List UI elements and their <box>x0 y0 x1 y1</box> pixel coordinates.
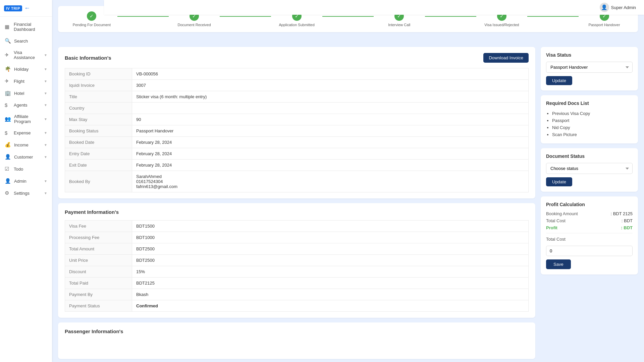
sidebar-item-income[interactable]: 💰 Income ▼ <box>0 139 52 151</box>
sidebar-item-flight[interactable]: ✈ Flight ▼ <box>0 75 52 87</box>
chevron-down-icon: ▼ <box>44 131 47 135</box>
sidebar-item-todo[interactable]: ☑ Todo <box>0 163 52 175</box>
total-cost-row: Total Cost : BDT <box>546 218 633 223</box>
sidebar-item-agents[interactable]: $ Agents ▼ <box>0 99 52 111</box>
chevron-down-icon: ▼ <box>44 143 47 147</box>
basic-info-field-label: Booked By <box>65 171 132 192</box>
document-status-title: Document Status <box>546 154 633 159</box>
basic-info-field-label: Entry Date <box>65 148 132 160</box>
basic-info-field-value: February 28, 2024 <box>132 160 529 171</box>
payment-info-row: Visa FeeBDT1500 <box>65 221 529 232</box>
basic-info-field-value: Sticker visa (6 month: multiple entry) <box>132 91 529 103</box>
flight-icon: ✈ <box>5 78 11 84</box>
connector-5 <box>527 16 579 17</box>
payment-field-label: Processing Fee <box>65 232 132 243</box>
required-docs-card: Required Docs List Previous Visa Copy Pa… <box>541 95 638 143</box>
doc-item: Previous Visa Copy <box>552 110 633 117</box>
sidebar-item-customer[interactable]: 👤 Customer ▼ <box>0 151 52 163</box>
sidebar-item-admin[interactable]: 👤 Admin ▼ <box>0 175 52 187</box>
basic-info-row: Exit DateFebruary 28, 2024 <box>65 160 529 171</box>
required-docs-list: Previous Visa Copy Passport Nid Copy Sca… <box>546 110 633 138</box>
customer-icon: 👤 <box>5 154 11 160</box>
profit-calculation-card: Profit Calculation Booking Amount : BDT … <box>541 196 638 275</box>
admin-icon: 👤 <box>5 178 11 184</box>
logo-text: IV TRIP <box>4 5 22 11</box>
save-button[interactable]: Save <box>546 259 571 269</box>
chevron-down-icon: ▼ <box>44 53 47 57</box>
basic-info-row: Max Stay90 <box>65 114 529 125</box>
sidebar-item-holiday[interactable]: 🌴 Holiday ▼ <box>0 63 52 75</box>
visa-status-title: Visa Status <box>546 52 633 58</box>
payment-info-title: Payment Information's <box>65 209 119 215</box>
payment-field-label: Payment By <box>65 289 132 300</box>
profit-value: : BDT <box>621 225 633 230</box>
chevron-down-icon: ▼ <box>44 79 47 83</box>
payment-field-label: Unit Price <box>65 255 132 266</box>
basic-info-card: Basic Information's Download Invoice Boo… <box>58 47 535 198</box>
chevron-down-icon: ▼ <box>44 92 47 95</box>
doc-item: Scan Picture <box>552 131 633 138</box>
basic-info-field-value <box>132 103 529 114</box>
basic-info-row: Booking StatusPassport Handover <box>65 125 529 137</box>
user-avatar-icon: 👤 <box>600 3 609 12</box>
payment-info-row: Payment StatusConfirmed <box>65 300 529 312</box>
left-panel: Basic Information's Download Invoice Boo… <box>58 47 535 362</box>
todo-icon: ☑ <box>5 166 11 172</box>
booking-amount-row: Booking Amount : BDT 2125 <box>546 211 633 216</box>
payment-info-card: Payment Information's Visa FeeBDT1500Pro… <box>58 203 535 318</box>
basic-info-row: Iquidi Invoice3007 <box>65 80 529 91</box>
payment-info-row: Processing FeeBDT1000 <box>65 232 529 243</box>
payment-field-label: Payment Status <box>65 300 132 312</box>
payment-info-table: Visa FeeBDT1500Processing FeeBDT1000Tota… <box>65 220 529 312</box>
connector-3 <box>322 16 374 17</box>
basic-info-row: Entry DateFebruary 28, 2024 <box>65 148 529 160</box>
basic-info-field-value: 3007 <box>132 80 529 91</box>
hotel-icon: 🏢 <box>5 90 11 96</box>
payment-field-label: Total Amount <box>65 243 132 255</box>
user-name: Super Admin <box>611 5 636 10</box>
basic-info-row: TitleSticker visa (6 month: multiple ent… <box>65 91 529 103</box>
basic-info-row: Country <box>65 103 529 114</box>
profit-label: Profit <box>546 225 557 230</box>
connector-4 <box>425 16 476 17</box>
doc-item: Passport <box>552 117 633 124</box>
payment-field-label: Total Paid <box>65 278 132 289</box>
visa-status-card: Visa Status Passport Handover Pending Fo… <box>541 47 638 90</box>
content-area: Basic Information's Download Invoice Boo… <box>58 47 638 362</box>
basic-info-field-label: Title <box>65 91 132 103</box>
sidebar-item-visa-assistance[interactable]: ✈ Visa Assistance ▼ <box>0 47 52 63</box>
sidebar-item-search[interactable]: 🔍 Search <box>0 35 52 47</box>
payment-field-value: BDT2500 <box>132 255 529 266</box>
visa-status-select[interactable]: Passport Handover Pending For Document D… <box>546 62 633 73</box>
chevron-down-icon: ▼ <box>44 103 47 107</box>
total-cost-input[interactable] <box>546 246 633 256</box>
download-invoice-button[interactable]: Download Invoice <box>483 53 529 63</box>
document-status-update-button[interactable]: Update <box>546 177 572 186</box>
visa-status-update-button[interactable]: Update <box>546 76 572 85</box>
chevron-down-icon: ▼ <box>44 67 47 71</box>
booking-amount-value: : BDT 2125 <box>610 211 633 216</box>
payment-field-value: BDT2500 <box>132 243 529 255</box>
passenger-info-title: Passenger Information's <box>65 328 123 334</box>
basic-info-field-value: 90 <box>132 114 529 125</box>
settings-icon: ⚙ <box>5 190 11 196</box>
sidebar-item-settings[interactable]: ⚙ Settings ▼ <box>0 187 52 199</box>
sidebar-item-hotel[interactable]: 🏢 Hotel ▼ <box>0 87 52 99</box>
basic-info-table: Booking IDVB-000056Iquidi Invoice3007Tit… <box>65 68 529 192</box>
right-panel: Visa Status Passport Handover Pending Fo… <box>541 47 638 362</box>
step-circle-1: ✓ <box>87 11 96 21</box>
payment-field-value: Bkash <box>132 289 529 300</box>
doc-item: Nid Copy <box>552 124 633 131</box>
sidebar-item-financial-dashboard[interactable]: ▦ Financial Dashboard <box>0 19 52 35</box>
basic-info-header: Basic Information's Download Invoice <box>65 53 529 63</box>
connector-1 <box>117 16 169 17</box>
basic-info-field-label: Booking ID <box>65 68 132 80</box>
sidebar-item-expense[interactable]: $ Expense ▼ <box>0 127 52 139</box>
search-icon: 🔍 <box>5 38 11 44</box>
chevron-down-icon: ▼ <box>44 117 47 121</box>
sidebar-item-affiliate-program[interactable]: 👥 Affiliate Program ▼ <box>0 111 52 127</box>
expense-icon: $ <box>5 130 11 136</box>
total-cost-section-label: Total Cost <box>546 237 633 242</box>
document-status-select[interactable]: Choose status <box>546 163 633 174</box>
main-content: ✓ Pending For Document ✓ Document Receiv… <box>52 0 644 362</box>
